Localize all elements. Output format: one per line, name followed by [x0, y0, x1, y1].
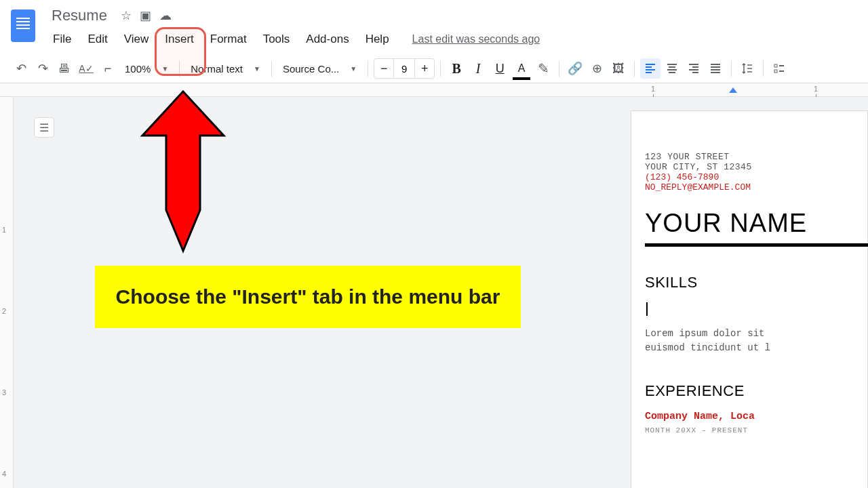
document-page[interactable]: 123 YOUR STREET YOUR CITY, ST 12345 (123… [631, 110, 868, 488]
address-line-1: 123 YOUR STREET [645, 152, 867, 162]
toolbar-separator [179, 60, 180, 77]
insert-comment-button[interactable]: ⊕ [587, 58, 607, 79]
vertical-ruler[interactable]: 1 2 3 4 [0, 97, 14, 488]
email-address: NO_REPLY@EXAMPLE.COM [645, 182, 867, 192]
toolbar-separator [634, 60, 635, 77]
zoom-select[interactable]: 100% ▼ [119, 60, 174, 77]
svg-rect-1 [774, 70, 777, 73]
highlight-button[interactable]: ✎ [533, 58, 553, 79]
align-left-button[interactable] [640, 58, 660, 79]
text-color-button[interactable]: A [511, 58, 532, 79]
font-size-input[interactable] [393, 59, 415, 78]
ruler-mark: 4 [2, 470, 6, 478]
menu-bar: File Edit View Insert Format Tools Add-o… [46, 30, 857, 49]
star-icon[interactable]: ☆ [121, 8, 132, 23]
menu-file[interactable]: File [46, 30, 78, 49]
spellcheck-button[interactable]: A✓ [76, 58, 96, 79]
text-cursor [646, 302, 648, 316]
toolbar-separator [440, 60, 441, 77]
title-area: Resume ☆ ▣ ☁ File Edit View Insert Forma… [46, 5, 857, 49]
phone-number: (123) 456-7890 [645, 172, 867, 182]
zoom-value: 100% [125, 63, 151, 75]
skills-heading: SKILLS [645, 274, 867, 291]
align-justify-button[interactable] [705, 58, 726, 79]
date-range: MONTH 20XX – PRESENT [645, 426, 867, 434]
horizontal-ruler[interactable]: 1 1 [0, 83, 868, 97]
font-select[interactable]: Source Co... ▼ [277, 60, 362, 77]
toolbar: ↶ ↷ 🖶 A✓ ⌐ 100% ▼ Normal text ▼ Source C… [0, 54, 868, 83]
redo-button[interactable]: ↷ [33, 58, 53, 79]
instruction-callout: Choose the "Insert" tab in the menu bar [95, 266, 521, 328]
font-size-increase[interactable]: + [415, 59, 434, 78]
font-size-decrease[interactable]: − [374, 59, 393, 78]
menu-view[interactable]: View [117, 30, 156, 49]
print-button[interactable]: 🖶 [54, 58, 75, 79]
resume-name-heading: YOUR NAME [645, 209, 867, 238]
ruler-mark: 1 [651, 85, 655, 93]
menu-edit[interactable]: Edit [81, 30, 114, 49]
menu-help[interactable]: Help [359, 30, 396, 49]
address-line-2: YOUR CITY, ST 12345 [645, 162, 867, 172]
experience-heading: EXPERIENCE [645, 382, 867, 400]
ruler-mark: 1 [814, 85, 818, 93]
document-title[interactable]: Resume [46, 5, 113, 26]
chevron-down-icon: ▼ [350, 65, 357, 73]
chevron-down-icon: ▼ [161, 65, 168, 73]
cloud-status-icon[interactable]: ☁ [159, 8, 172, 23]
docs-logo-icon[interactable] [11, 9, 35, 42]
bold-button[interactable]: B [446, 58, 467, 79]
paint-format-button[interactable]: ⌐ [98, 58, 118, 79]
menu-format[interactable]: Format [203, 30, 254, 49]
line-spacing-button[interactable] [737, 58, 757, 79]
toolbar-separator [559, 60, 559, 77]
divider-line [645, 243, 868, 247]
font-size-control: − + [374, 58, 435, 79]
toolbar-separator [271, 60, 272, 77]
header-bar: Resume ☆ ▣ ☁ File Edit View Insert Forma… [0, 0, 868, 49]
align-center-button[interactable] [662, 58, 682, 79]
ruler-indent-marker[interactable] [729, 87, 737, 93]
toolbar-separator [368, 60, 368, 77]
document-outline-button[interactable]: ☰ [34, 117, 54, 138]
ruler-mark: 3 [2, 388, 6, 396]
company-line: Company Name, Loca [645, 411, 867, 422]
move-folder-icon[interactable]: ▣ [140, 8, 151, 23]
style-value: Normal text [191, 63, 243, 75]
svg-rect-0 [774, 64, 777, 67]
ruler-mark: 1 [2, 226, 6, 234]
undo-button[interactable]: ↶ [11, 58, 31, 79]
checklist-button[interactable] [769, 58, 789, 79]
align-right-button[interactable] [684, 58, 704, 79]
menu-insert[interactable]: Insert [158, 30, 201, 49]
paragraph-style-select[interactable]: Normal text ▼ [185, 60, 266, 77]
insert-image-button[interactable]: 🖼 [608, 58, 629, 79]
toolbar-separator [763, 60, 764, 77]
title-row: Resume ☆ ▣ ☁ [46, 5, 857, 26]
skills-body-1: Lorem ipsum dolor sit [645, 327, 867, 341]
menu-tools[interactable]: Tools [256, 30, 297, 49]
toolbar-separator [731, 60, 732, 77]
last-edit-link[interactable]: Last edit was seconds ago [412, 33, 540, 45]
menu-addons[interactable]: Add-ons [299, 30, 355, 49]
insert-link-button[interactable]: 🔗 [565, 58, 585, 79]
skills-body-2: euismod tincidunt ut l [645, 341, 867, 355]
ruler-mark: 2 [2, 307, 6, 315]
italic-button[interactable]: I [468, 58, 488, 79]
font-value: Source Co... [283, 63, 339, 75]
chevron-down-icon: ▼ [254, 65, 260, 73]
underline-button[interactable]: U [490, 58, 510, 79]
